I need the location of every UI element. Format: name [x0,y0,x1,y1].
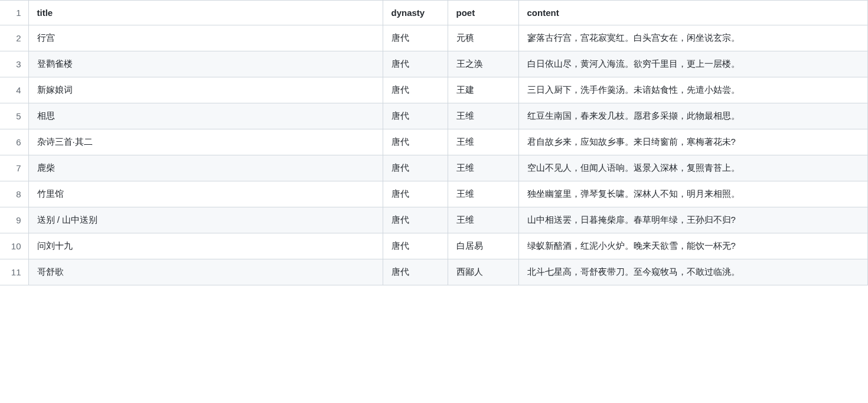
column-header-poet[interactable]: poet [448,1,518,25]
cell-title: 新嫁娘词 [28,77,383,103]
row-number: 7 [0,155,28,181]
cell-content: 独坐幽篁里，弹琴复长啸。深林人不知，明月来相照。 [518,181,868,207]
cell-dynasty: 唐代 [383,233,448,259]
table-row: 7 鹿柴 唐代 王维 空山不见人，但闻人语响。返景入深林，复照青苔上。 [0,155,868,181]
table-row: 10 问刘十九 唐代 白居易 绿蚁新醅酒，红泥小火炉。晚来天欲雪，能饮一杯无? [0,233,868,259]
cell-title: 登鹳雀楼 [28,51,383,77]
cell-title: 杂诗三首·其二 [28,129,383,155]
cell-content: 白日依山尽，黄河入海流。欲穷千里目，更上一层楼。 [518,51,868,77]
cell-dynasty: 唐代 [383,259,448,285]
cell-poet: 王之涣 [448,51,518,77]
cell-content: 山中相送罢，日暮掩柴扉。春草明年绿，王孙归不归? [518,207,868,233]
cell-poet: 西鄙人 [448,259,518,285]
cell-content: 空山不见人，但闻人语响。返景入深林，复照青苔上。 [518,155,868,181]
data-table: 1 title dynasty poet content 2 行宫 唐代 元稹 … [0,0,868,285]
cell-dynasty: 唐代 [383,207,448,233]
cell-poet: 王维 [448,129,518,155]
cell-dynasty: 唐代 [383,155,448,181]
table-row: 11 哥舒歌 唐代 西鄙人 北斗七星高，哥舒夜带刀。至今窥牧马，不敢过临洮。 [0,259,868,285]
cell-poet: 白居易 [448,233,518,259]
column-header-content[interactable]: content [518,1,868,25]
cell-poet: 王维 [448,155,518,181]
table-row: 4 新嫁娘词 唐代 王建 三日入厨下，洗手作羹汤。未谙姑食性，先遣小姑尝。 [0,77,868,103]
cell-dynasty: 唐代 [383,103,448,129]
table-row: 3 登鹳雀楼 唐代 王之涣 白日依山尽，黄河入海流。欲穷千里目，更上一层楼。 [0,51,868,77]
table-body: 2 行宫 唐代 元稹 寥落古行宫，宫花寂寞红。白头宫女在，闲坐说玄宗。 3 登鹳… [0,25,868,285]
table-row: 6 杂诗三首·其二 唐代 王维 君自故乡来，应知故乡事。来日绮窗前，寒梅著花未? [0,129,868,155]
cell-dynasty: 唐代 [383,129,448,155]
cell-title: 哥舒歌 [28,259,383,285]
cell-content: 北斗七星高，哥舒夜带刀。至今窥牧马，不敢过临洮。 [518,259,868,285]
cell-dynasty: 唐代 [383,25,448,51]
cell-title: 竹里馆 [28,181,383,207]
row-number: 11 [0,259,28,285]
row-number: 6 [0,129,28,155]
cell-dynasty: 唐代 [383,51,448,77]
cell-content: 三日入厨下，洗手作羹汤。未谙姑食性，先遣小姑尝。 [518,77,868,103]
cell-poet: 王建 [448,77,518,103]
column-header-title[interactable]: title [28,1,383,25]
table-row: 2 行宫 唐代 元稹 寥落古行宫，宫花寂寞红。白头宫女在，闲坐说玄宗。 [0,25,868,51]
row-number: 10 [0,233,28,259]
table-row: 5 相思 唐代 王维 红豆生南国，春来发几枝。愿君多采撷，此物最相思。 [0,103,868,129]
cell-title: 行宫 [28,25,383,51]
cell-content: 君自故乡来，应知故乡事。来日绮窗前，寒梅著花未? [518,129,868,155]
cell-title: 相思 [28,103,383,129]
cell-poet: 王维 [448,181,518,207]
cell-content: 红豆生南国，春来发几枝。愿君多采撷，此物最相思。 [518,103,868,129]
table-row: 9 送别 / 山中送别 唐代 王维 山中相送罢，日暮掩柴扉。春草明年绿，王孙归不… [0,207,868,233]
cell-poet: 王维 [448,207,518,233]
cell-poet: 王维 [448,103,518,129]
cell-dynasty: 唐代 [383,181,448,207]
cell-content: 寥落古行宫，宫花寂寞红。白头宫女在，闲坐说玄宗。 [518,25,868,51]
cell-dynasty: 唐代 [383,77,448,103]
row-number-header: 1 [0,1,28,25]
cell-title: 送别 / 山中送别 [28,207,383,233]
cell-content: 绿蚁新醅酒，红泥小火炉。晚来天欲雪，能饮一杯无? [518,233,868,259]
row-number: 8 [0,181,28,207]
table-row: 8 竹里馆 唐代 王维 独坐幽篁里，弹琴复长啸。深林人不知，明月来相照。 [0,181,868,207]
column-header-dynasty[interactable]: dynasty [383,1,448,25]
row-number: 2 [0,25,28,51]
cell-poet: 元稹 [448,25,518,51]
row-number: 3 [0,51,28,77]
cell-title: 问刘十九 [28,233,383,259]
cell-title: 鹿柴 [28,155,383,181]
row-number: 4 [0,77,28,103]
header-row: 1 title dynasty poet content [0,1,868,25]
row-number: 9 [0,207,28,233]
row-number: 5 [0,103,28,129]
